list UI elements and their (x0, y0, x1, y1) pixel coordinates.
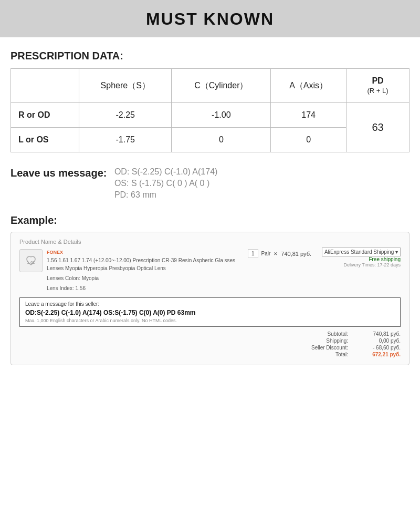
subtotal-label: Subtotal: (301, 331, 348, 337)
example-shipping-option[interactable]: AliExpress Standard Shipping ▾ (322, 248, 401, 256)
content-area: PRESCRIPTION DATA: Sphere（S） C（Cylinder）… (0, 50, 420, 381)
discount-line: Seller Discount: - 68,60 руб. (19, 345, 401, 351)
pd-value: 63 (346, 103, 410, 152)
example-unit: Pair (261, 251, 271, 256)
page-title: MUST KNOWN (0, 9, 420, 29)
message-label: Leave us message: (10, 167, 107, 179)
example-free-shipping: Free shipping (317, 256, 401, 262)
th-cylinder: C（Cylinder） (172, 69, 271, 103)
th-sphere: Sphere（S） (79, 69, 172, 103)
example-price: 740,81 руб. (281, 251, 311, 257)
discount-value: - 68,60 руб. (359, 345, 401, 351)
th-empty (11, 69, 79, 103)
example-lens-index: Lens Index: 1.56 (47, 284, 243, 292)
example-product-image: 1.61 (19, 249, 43, 272)
grand-total-value: 672,21 руб. (359, 352, 401, 357)
example-quantity[interactable]: 1 (248, 249, 258, 258)
od-sphere: -2.25 (79, 103, 172, 128)
os-sphere: -1.75 (79, 128, 172, 152)
example-message-note: Max. 1,000 English characters or Arabic … (25, 318, 395, 323)
example-section: Example: Product Name & Details 1.61 (10, 214, 410, 365)
example-product-header-label: Product Name & Details (19, 239, 401, 245)
th-pd: PD(R + L) (346, 69, 410, 103)
example-shipping-column: AliExpress Standard Shipping ▾ Free ship… (317, 249, 401, 267)
os-axis: 0 (271, 128, 346, 152)
svg-text:1.61: 1.61 (27, 260, 35, 265)
product-heart-icon: 1.61 (24, 253, 38, 268)
example-product-name: 1.56 1.61 1.67 1.74 (+12.00~-12.00) Pres… (47, 256, 243, 272)
subtotal-line: Subtotal: 740,81 руб. (19, 331, 401, 337)
example-qty-price: 1 Pair ✕ 740,81 руб. (248, 249, 311, 258)
example-product-details: FONEX 1.56 1.61 1.67 1.74 (+12.00~-12.00… (47, 249, 243, 294)
grand-total-label: Total: (301, 352, 348, 357)
example-delivery-time: Delivery Times: 17-22 days (317, 262, 401, 267)
example-lens-color: Lenses Colon: Myopia (47, 274, 243, 282)
row-label-od: R or OD (11, 103, 79, 128)
example-message-text: OD:S(-2.25) C(-1.0) A(174) OS:S(-1.75) C… (25, 309, 395, 316)
example-multiply: ✕ (274, 251, 278, 256)
os-cylinder: 0 (172, 128, 271, 152)
message-line-os: OS: S (-1.75) C( 0 ) A( 0 ) (114, 179, 218, 188)
od-cylinder: -1.00 (172, 103, 271, 128)
example-brand: FONEX (47, 249, 243, 256)
prescription-table: Sphere（S） C（Cylinder） A（Axis） PD(R + L) … (10, 68, 410, 152)
message-section: Leave us message: OD: S(-2.25) C(-1.0) A… (10, 167, 410, 202)
message-line-od: OD: S(-2.25) C(-1.0) A(174) (114, 167, 218, 177)
example-totals: Subtotal: 740,81 руб. Shipping: 0,00 руб… (19, 331, 401, 357)
example-message-box: Leave a message for this seller: OD:S(-2… (19, 297, 401, 327)
example-box: Product Name & Details 1.61 FONEX 1.56 1… (10, 232, 410, 365)
example-shipping-select[interactable]: AliExpress Standard Shipping ▾ (317, 249, 401, 255)
discount-label: Seller Discount: (301, 345, 348, 351)
example-message-label: Leave a message for this seller: (25, 301, 395, 307)
grand-total-line: Total: 672,21 руб. (19, 352, 401, 357)
message-line-pd: PD: 63 mm (114, 190, 218, 200)
shipping-line: Shipping: 0,00 руб. (19, 338, 401, 344)
subtotal-value: 740,81 руб. (359, 331, 401, 337)
prescription-section-title: PRESCRIPTION DATA: (10, 50, 410, 62)
example-title: Example: (10, 214, 410, 227)
th-axis: A（Axis） (271, 69, 346, 103)
page-header: MUST KNOWN (0, 0, 420, 37)
shipping-cost-value: 0,00 руб. (359, 338, 401, 344)
shipping-cost-label: Shipping: (301, 338, 348, 344)
message-content: OD: S(-2.25) C(-1.0) A(174) OS: S (-1.75… (114, 167, 218, 202)
row-label-os: L or OS (11, 128, 79, 152)
od-axis: 174 (271, 103, 346, 128)
